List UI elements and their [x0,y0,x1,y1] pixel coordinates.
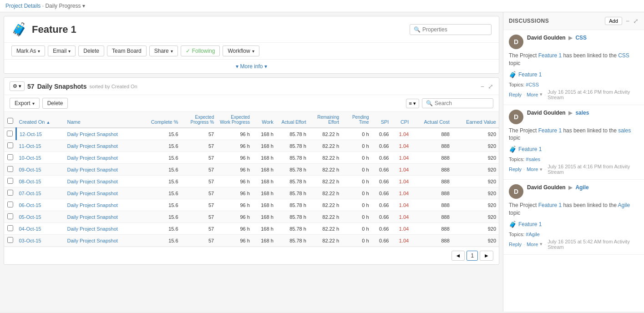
next-page-button[interactable]: ► [480,251,493,261]
discussion-author[interactable]: David Goulden [527,110,566,116]
discussion-topic-link[interactable]: CSS [618,52,629,59]
discussions-minimize-icon[interactable]: − [626,17,629,25]
filter-button[interactable]: ≡ ▾ [406,99,419,108]
row-checkbox[interactable] [7,131,13,136]
snapshots-delete-button[interactable]: Delete [42,98,68,109]
name-link[interactable]: Daily Project Snapshot [67,143,118,149]
row-checkbox-cell[interactable] [4,223,16,235]
row-checkbox[interactable] [7,166,13,172]
workflow-button[interactable]: Workflow [223,45,259,56]
row-checkbox[interactable] [7,225,13,231]
discussion-author[interactable]: David Goulden [527,35,566,41]
date-link[interactable]: 07-Oct-15 [19,191,41,196]
name-link[interactable]: Daily Project Snapshot [67,179,118,184]
row-checkbox-cell[interactable] [4,176,16,187]
row-checkbox[interactable] [7,142,13,148]
date-link[interactable]: 09-Oct-15 [19,167,41,172]
th-spi[interactable]: SPI [372,112,392,128]
topic-tag-link[interactable]: #sales [526,156,540,162]
th-name[interactable]: Name [65,112,138,128]
reply-link[interactable]: Reply [509,242,522,247]
date-link[interactable]: 10-Oct-15 [19,155,41,161]
name-link[interactable]: Daily Project Snapshot [67,202,118,208]
topic-tag-link[interactable]: #CSS [526,82,539,87]
prev-page-button[interactable]: ◄ [451,251,465,261]
discussion-feature-link[interactable]: Feature 1 [538,202,562,208]
delete-button[interactable]: Delete [78,45,104,56]
row-checkbox-cell[interactable] [4,199,16,211]
date-link[interactable]: 05-Oct-15 [19,214,41,220]
th-complete-pct[interactable]: Complete % [138,112,181,128]
row-checkbox[interactable] [7,190,13,196]
discussion-author[interactable]: David Goulden [527,184,566,191]
row-checkbox[interactable] [7,154,13,160]
team-board-button[interactable]: Team Board [107,45,147,56]
row-checkbox-cell[interactable] [4,140,16,152]
export-button[interactable]: Export [10,98,40,109]
discussion-feature-link[interactable]: Feature 1 [538,127,562,134]
th-earned-value[interactable]: Earned Value [452,112,499,128]
th-remaining-effort[interactable]: Remaining Effort [309,112,342,128]
reply-link[interactable]: Reply [509,92,522,97]
discussion-topic[interactable]: Agile [575,184,588,191]
more-info-toggle[interactable]: ▾ More info ▾ [4,59,499,73]
date-link[interactable]: 06-Oct-15 [19,202,41,208]
feature-tag-link[interactable]: Feature 1 [518,221,542,227]
row-checkbox-cell[interactable] [4,211,16,223]
date-link[interactable]: 08-Oct-15 [19,179,41,184]
row-checkbox-cell[interactable] [4,164,16,176]
discussion-feature-link[interactable]: Feature 1 [538,52,562,59]
discussion-topic-link[interactable]: sales [618,127,631,134]
date-link[interactable]: 04-Oct-15 [19,226,41,232]
gear-button[interactable]: ⚙ ▾ [10,81,25,91]
row-checkbox[interactable] [7,237,13,243]
breadcrumb-project-details[interactable]: Project Details [5,3,41,9]
mark-as-button[interactable]: Mark As [11,45,45,56]
row-checkbox-cell[interactable] [4,152,16,164]
properties-input[interactable] [422,26,486,33]
discussions-maximize-icon[interactable]: ⤢ [633,17,639,25]
properties-search-box[interactable]: 🔍 [410,24,492,35]
add-discussion-button[interactable]: Add [605,17,622,25]
email-button[interactable]: Email [48,45,76,56]
th-actual-effort[interactable]: Actual Effort [276,112,309,128]
discussion-topic-link[interactable]: Agile [618,202,630,208]
discussion-topic[interactable]: sales [575,110,589,116]
th-expected-work-progress[interactable]: Expected Work Progress [217,112,253,128]
name-link[interactable]: Daily Project Snapshot [67,238,118,243]
row-checkbox-cell[interactable] [4,235,16,247]
discussion-topic[interactable]: CSS [575,35,587,41]
more-link[interactable]: More [527,242,538,247]
reply-link[interactable]: Reply [509,167,522,172]
row-checkbox[interactable] [7,213,13,219]
row-checkbox-cell[interactable] [4,128,16,140]
select-all-checkbox[interactable] [7,118,13,124]
date-link[interactable]: 12-Oct-15 [20,131,42,137]
row-checkbox[interactable] [7,202,13,207]
name-link[interactable]: Daily Project Snapshot [67,214,118,220]
th-created-on[interactable]: Created On ▲ [16,112,65,128]
th-expected-progress[interactable]: Expected Progress % [181,112,217,128]
minimize-icon[interactable]: − [481,83,484,90]
date-link[interactable]: 03-Oct-15 [19,238,41,243]
name-link[interactable]: Daily Project Snapshot [67,226,118,232]
search-box[interactable]: 🔍 [422,98,493,108]
maximize-icon[interactable]: ⤢ [488,83,493,90]
topic-tag-link[interactable]: #Agile [526,232,540,237]
search-input[interactable] [435,100,489,106]
feature-tag-link[interactable]: Feature 1 [518,146,542,152]
th-checkbox[interactable] [4,112,16,128]
th-actual-cost[interactable]: Actual Cost [411,112,452,128]
name-link[interactable]: Daily Project Snapshot [67,155,118,161]
th-work[interactable]: Work [253,112,276,128]
more-link[interactable]: More [527,92,538,97]
feature-tag-link[interactable]: Feature 1 [518,71,542,78]
name-link[interactable]: Daily Project Snapshot [67,167,118,172]
name-link[interactable]: Daily Project Snapshot [67,191,118,196]
th-pending-time[interactable]: Pending Time [342,112,372,128]
th-cpi[interactable]: CPI [391,112,411,128]
following-button[interactable]: ✓ Following [181,45,220,56]
name-link[interactable]: Daily Project Snapshot [67,131,118,137]
more-link[interactable]: More [527,167,538,172]
share-button[interactable]: Share [149,45,178,56]
